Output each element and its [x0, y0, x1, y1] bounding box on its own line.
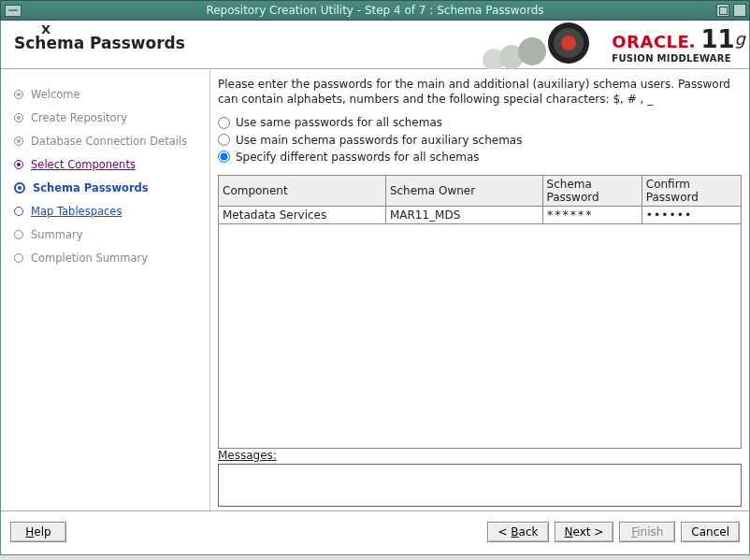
page-title: Schema Passwords	[14, 34, 185, 52]
nav-node-icon	[14, 113, 23, 122]
window-title: Repository Creation Utility - Step 4 of …	[1, 4, 749, 17]
content-pane: Please enter the passwords for the main …	[210, 69, 749, 510]
radio-input-same[interactable]	[218, 117, 230, 129]
radio-label-same: Use same passwords for all schemas	[236, 116, 442, 129]
nav-node-icon	[14, 136, 23, 146]
messages-label: Messages:	[218, 449, 277, 462]
radio-same-passwords[interactable]: Use same passwords for all schemas	[218, 114, 742, 131]
password-table: Component Schema Owner Schema Password C…	[218, 175, 742, 224]
oracle-logo: ORACLE 11g FUSION MIDDLEWARE	[612, 25, 745, 64]
nav-label: Map Tablespaces	[31, 205, 122, 218]
nav-item-summary: Summary	[14, 223, 209, 246]
nav-item-welcome: Welcome	[14, 82, 209, 106]
back-button[interactable]: < Back	[487, 522, 548, 542]
col-component: Component	[219, 175, 386, 206]
radio-input-diff[interactable]	[218, 151, 230, 163]
cell-confirm-password[interactable]: ••••••	[642, 206, 741, 223]
nav-label: Completion Summary	[31, 251, 148, 265]
messages-box	[218, 464, 742, 507]
footer: Help Help < Back < Back Next > Next > Fi…	[1, 510, 749, 552]
nav-item-create-repository: Create Repository	[14, 106, 209, 129]
window-close-button[interactable]	[733, 4, 746, 17]
messages-area: Messages:	[218, 449, 742, 507]
wizard-nav: Welcome Create Repository Database Conne…	[1, 69, 210, 510]
version-number: 11	[700, 25, 734, 53]
instructions-text: Please enter the passwords for the main …	[218, 77, 742, 107]
window-menu-button[interactable]	[5, 5, 22, 17]
nav-label: Summary	[31, 228, 83, 241]
nav-item-completion-summary: Completion Summary	[14, 246, 209, 269]
version-suffix: g	[735, 29, 745, 49]
radio-diff-passwords[interactable]: Specify different passwords for all sche…	[218, 149, 742, 165]
brand-text: ORACLE	[612, 32, 689, 51]
nav-label: Welcome	[31, 88, 80, 101]
radio-main-passwords[interactable]: Use main schema passwords for auxiliary …	[218, 132, 742, 149]
close-icon[interactable]: X	[41, 22, 50, 36]
subbrand-text: FUSION MIDDLEWARE	[612, 53, 731, 64]
radio-label-main: Use main schema passwords for auxiliary …	[236, 134, 522, 147]
nav-item-db-connection: Database Connection Details	[14, 129, 209, 152]
cell-component: Metadata Services	[219, 206, 386, 223]
help-button[interactable]: Help	[10, 522, 66, 542]
password-table-wrap: Component Schema Owner Schema Password C…	[218, 175, 742, 449]
window-maximize-button[interactable]	[716, 4, 729, 17]
cell-schema-password[interactable]: ******	[542, 206, 642, 223]
cancel-button[interactable]: Cancel	[681, 522, 740, 542]
gears-icon	[462, 21, 612, 69]
col-confirm-password: Confirm Password	[642, 175, 741, 206]
col-schema-password: Schema Password	[542, 175, 642, 206]
nav-label: Database Connection Details	[31, 135, 187, 148]
nav-node-icon	[14, 182, 25, 194]
nav-node-icon	[14, 253, 23, 263]
table-row: Metadata Services MAR11_MDS ****** •••••…	[219, 206, 742, 223]
table-empty-area	[218, 224, 742, 449]
nav-node-icon	[14, 90, 23, 99]
nav-label: Select Components	[31, 158, 136, 171]
titlebar: Repository Creation Utility - Step 4 of …	[0, 0, 750, 21]
radio-input-main[interactable]	[218, 134, 230, 146]
nav-label: Schema Passwords	[33, 181, 149, 194]
radio-label-diff: Specify different passwords for all sche…	[236, 151, 480, 164]
nav-item-select-components[interactable]: Select Components	[14, 152, 209, 176]
window-body: X Schema Passwords ORACLE 11g FUSION MID…	[0, 21, 750, 555]
header-row: X Schema Passwords ORACLE 11g FUSION MID…	[1, 21, 749, 69]
nav-label: Create Repository	[31, 111, 127, 124]
brand-area: ORACLE 11g FUSION MIDDLEWARE	[462, 21, 749, 69]
nav-node-icon	[14, 160, 23, 169]
nav-node-icon	[14, 230, 23, 239]
table-header-row: Component Schema Owner Schema Password C…	[219, 175, 742, 206]
next-button[interactable]: Next >	[555, 522, 614, 542]
nav-node-icon	[14, 207, 23, 216]
finish-button: Finish	[619, 522, 675, 542]
nav-item-schema-passwords: Schema Passwords	[14, 176, 209, 199]
col-schema-owner: Schema Owner	[385, 175, 542, 206]
cell-owner: MAR11_MDS	[385, 206, 542, 223]
nav-item-map-tablespaces[interactable]: Map Tablespaces	[14, 199, 209, 223]
